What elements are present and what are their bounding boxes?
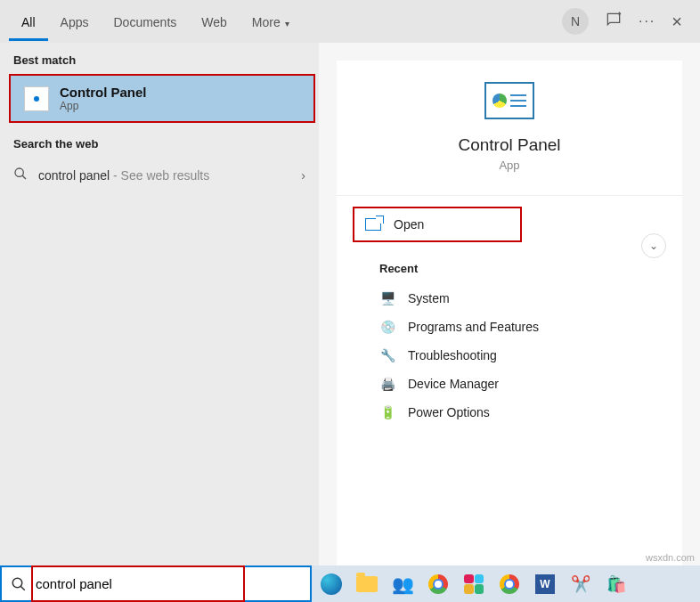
tab-more[interactable]: More ▾ xyxy=(240,3,302,41)
control-panel-icon xyxy=(24,86,49,111)
preview-subtitle: App xyxy=(499,159,519,172)
watermark: wsxdn.com xyxy=(646,552,695,563)
taskbar-snip[interactable]: ✂️ xyxy=(568,572,593,597)
taskbar-store[interactable]: 🛍️ xyxy=(604,572,629,597)
taskbar-explorer[interactable] xyxy=(354,572,379,597)
taskbar-edge[interactable] xyxy=(319,572,344,597)
taskbar-word[interactable]: W xyxy=(533,572,558,597)
search-box[interactable] xyxy=(0,565,312,602)
taskbar-chrome-2[interactable] xyxy=(497,572,522,597)
power-icon: 🔋 xyxy=(379,404,395,420)
expand-actions-button[interactable]: ⌄ xyxy=(641,233,666,258)
open-label: Open xyxy=(394,217,424,232)
recent-item-power-options[interactable]: 🔋Power Options xyxy=(379,398,639,427)
recent-label: Recent xyxy=(379,262,639,275)
best-match-title: Control Panel xyxy=(60,85,147,100)
search-icon xyxy=(11,576,27,592)
recent-item-device-manager[interactable]: 🖨️Device Manager xyxy=(379,370,639,398)
taskbar: 👥 W ✂️ 🛍️ xyxy=(312,565,700,602)
more-options-icon[interactable]: ··· xyxy=(639,13,655,29)
tab-web[interactable]: Web xyxy=(189,3,240,41)
device-icon: 🖨️ xyxy=(379,376,395,392)
web-term: control panel xyxy=(38,168,110,183)
best-match-label: Best match xyxy=(0,43,319,74)
tab-documents[interactable]: Documents xyxy=(101,3,189,41)
svg-line-3 xyxy=(20,586,25,590)
taskbar-chrome[interactable] xyxy=(426,572,451,597)
monitor-icon: 🖥️ xyxy=(379,290,395,306)
best-match-subtitle: App xyxy=(60,100,147,112)
chevron-down-icon: ▾ xyxy=(282,19,289,28)
open-action[interactable]: Open xyxy=(353,207,522,242)
programs-icon: 💿 xyxy=(379,319,395,335)
top-bar: All Apps Documents Web More ▾ N ··· × xyxy=(0,0,700,43)
chevron-right-icon: › xyxy=(301,168,305,183)
web-suffix: - See web results xyxy=(110,168,209,183)
feedback-icon[interactable] xyxy=(605,11,623,32)
recent-item-troubleshooting[interactable]: 🔧Troubleshooting xyxy=(379,341,639,370)
taskbar-slack[interactable] xyxy=(461,572,486,597)
search-input[interactable] xyxy=(36,576,301,591)
filter-tabs: All Apps Documents Web More ▾ xyxy=(9,3,302,41)
tab-apps[interactable]: Apps xyxy=(48,3,102,41)
tab-all[interactable]: All xyxy=(9,3,48,41)
recent-item-programs[interactable]: 💿Programs and Features xyxy=(379,313,639,341)
close-button[interactable]: × xyxy=(672,12,682,32)
web-result-row[interactable]: control panel - See web results › xyxy=(0,158,319,193)
search-web-label: Search the web xyxy=(0,126,319,158)
open-icon xyxy=(365,218,381,231)
wrench-icon: 🔧 xyxy=(379,347,395,363)
recent-item-system[interactable]: 🖥️System xyxy=(379,284,639,313)
preview-title: Control Panel xyxy=(458,135,560,155)
svg-point-2 xyxy=(12,578,22,588)
preview-pane: Control Panel App Open ⌄ Recent 🖥️System… xyxy=(319,43,700,565)
results-pane: Best match Control Panel App Search the … xyxy=(0,43,319,565)
taskbar-teams[interactable]: 👥 xyxy=(390,572,415,597)
svg-point-0 xyxy=(15,168,23,176)
control-panel-large-icon xyxy=(484,82,534,119)
user-avatar[interactable]: N xyxy=(562,8,589,35)
search-icon xyxy=(13,167,28,184)
svg-line-1 xyxy=(22,175,26,179)
best-match-item-control-panel[interactable]: Control Panel App xyxy=(9,74,315,123)
